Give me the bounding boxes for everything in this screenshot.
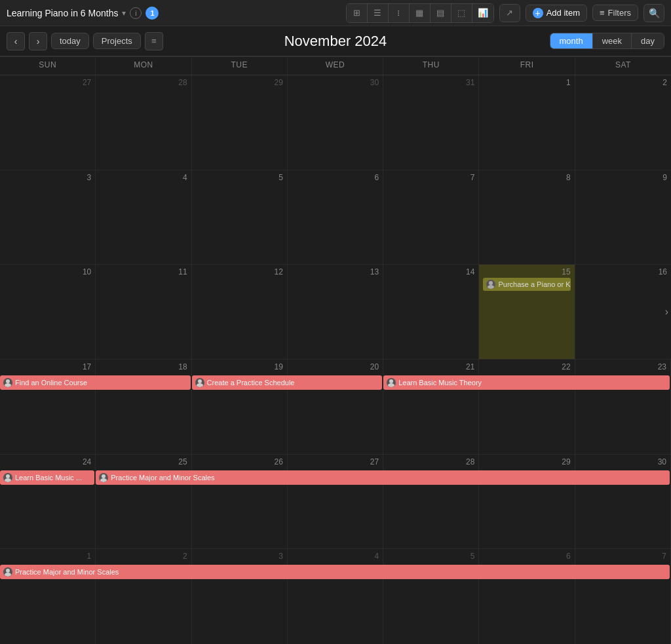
day-cell[interactable]: 28 <box>383 455 479 549</box>
practice-scales-event[interactable]: Practice Major and Minor Scales <box>96 470 670 485</box>
day-cell[interactable]: 10 <box>0 265 96 359</box>
day-cell[interactable]: 2 <box>96 549 191 644</box>
svg-point-10 <box>102 474 105 478</box>
svg-point-1 <box>488 285 494 289</box>
event-label: Practice Major and Minor Scales <box>15 568 119 576</box>
find-online-course-event[interactable]: Find an Online Course <box>0 375 191 390</box>
day-cell[interactable]: 29 <box>479 455 575 549</box>
projects-button[interactable]: Projects <box>93 33 141 49</box>
day-number: 2 <box>579 78 667 87</box>
header-sat: Sat <box>575 57 671 75</box>
next-month-button[interactable]: › <box>29 32 47 50</box>
day-number: 11 <box>100 267 187 276</box>
columns-view-btn[interactable]: ⫶ <box>389 4 410 22</box>
month-view-tab[interactable]: month <box>550 33 593 48</box>
info-icon[interactable]: i <box>130 7 142 19</box>
day-number: 13 <box>292 267 379 276</box>
day-cell[interactable]: 22 <box>479 360 575 454</box>
day-cell[interactable]: 27 <box>288 455 383 549</box>
day-cell[interactable]: 4 <box>96 170 191 265</box>
day-cell[interactable]: 28 <box>96 75 191 170</box>
day-cell[interactable]: 25 <box>96 455 191 549</box>
day-cell[interactable]: 7 <box>383 170 479 265</box>
svg-point-8 <box>6 474 10 478</box>
week-view-tab[interactable]: week <box>593 33 632 48</box>
calendar-nav: ‹ › today Projects ≡ November 2024 month… <box>0 26 671 56</box>
day-cell[interactable]: 31 <box>383 75 479 170</box>
purchase-piano-event[interactable]: Purchase a Piano or Keyboard <box>483 278 570 291</box>
day-cell[interactable]: 3 <box>0 170 96 265</box>
day-view-tab[interactable]: day <box>632 33 664 48</box>
prev-month-button[interactable]: ‹ <box>7 32 25 50</box>
day-cell[interactable]: 5 <box>383 549 479 644</box>
day-cell[interactable]: 12 <box>192 265 288 359</box>
day-number: 18 <box>100 362 187 371</box>
day-cell[interactable]: 30 <box>288 75 383 170</box>
grid-view-btn[interactable]: ⊞ <box>347 4 368 22</box>
day-cell[interactable]: 13 <box>288 265 383 359</box>
day-number: 14 <box>387 267 474 276</box>
day-cell[interactable]: 1 <box>479 75 575 170</box>
week-row-2: 3 4 5 6 7 8 9 <box>0 170 671 265</box>
day-cell[interactable]: 26 <box>192 455 288 549</box>
today-button[interactable]: today <box>51 33 89 49</box>
practice-scales-dec-event[interactable]: Practice Major and Minor Scales <box>0 565 670 579</box>
share-button[interactable]: ↗ <box>499 4 520 22</box>
chevron-down-icon[interactable]: ▾ <box>122 9 126 18</box>
day-cell[interactable]: 9 <box>575 170 671 265</box>
more-events-arrow[interactable]: › <box>665 306 668 318</box>
learn-basic-music-short-event[interactable]: Learn Basic Music ... <box>0 470 94 485</box>
day-cell[interactable]: 18 <box>96 360 191 454</box>
day-cell[interactable]: 3 <box>192 549 288 644</box>
list-view-btn[interactable]: ☰ <box>368 4 389 22</box>
day-cell[interactable]: 2 <box>575 75 671 170</box>
avatar-icon <box>99 473 108 482</box>
day-cell[interactable]: 24 <box>0 455 96 549</box>
day-cell[interactable]: 30 <box>575 455 671 549</box>
day-number: 29 <box>196 78 283 87</box>
info-label: i <box>135 9 136 17</box>
add-item-label: Add item <box>546 8 580 18</box>
day-cell[interactable]: 7 <box>575 549 671 644</box>
avatar-icon <box>486 280 495 289</box>
day-cell[interactable]: 21 <box>383 360 479 454</box>
filter-icon-button[interactable]: ≡ <box>145 32 163 50</box>
day-number: 17 <box>4 362 91 371</box>
day-cell[interactable]: 19 <box>192 360 288 454</box>
header-fri: Fri <box>479 57 575 75</box>
day-number: 1 <box>4 552 91 561</box>
day-cell[interactable]: 1 <box>0 549 96 644</box>
day-cell[interactable]: 20 <box>288 360 383 454</box>
day-cell[interactable]: 27 <box>0 75 96 170</box>
day-number: 16 <box>579 267 667 276</box>
day-cell[interactable]: 23 <box>575 360 671 454</box>
day-cell[interactable]: 14 <box>383 265 479 359</box>
day-number: 21 <box>387 362 474 371</box>
day-cell[interactable]: 4 <box>288 549 383 644</box>
day-cell[interactable]: 5 <box>192 170 288 265</box>
calendar-view-btn[interactable]: ▦ <box>410 4 431 22</box>
timeline-view-btn[interactable]: ⬚ <box>451 4 472 22</box>
filters-label: Filters <box>608 8 631 18</box>
add-item-button[interactable]: + Add item <box>526 5 587 22</box>
day-cell[interactable]: 6 <box>479 549 575 644</box>
day-number: 5 <box>387 552 474 561</box>
day-cell[interactable]: 16 › <box>575 265 671 359</box>
day-cell[interactable]: 11 <box>96 265 191 359</box>
day-cell-15[interactable]: 15 Purchase a Piano or Keyboard <box>479 265 575 359</box>
day-cell[interactable]: 17 <box>0 360 96 454</box>
filters-button[interactable]: ≡ Filters <box>592 5 638 21</box>
learn-basic-music-theory-event[interactable]: Learn Basic Music Theory <box>383 375 670 390</box>
calendar-title: November 2024 <box>284 33 387 50</box>
day-number: 25 <box>100 457 187 466</box>
chart-view-btn[interactable]: 📊 <box>472 4 493 22</box>
day-cell[interactable]: 29 <box>192 75 288 170</box>
event-label: Learn Basic Music ... <box>15 474 82 482</box>
search-button[interactable]: 🔍 <box>643 4 664 22</box>
day-number: 22 <box>483 362 570 371</box>
create-practice-schedule-event[interactable]: Create a Practice Schedule <box>192 375 383 390</box>
notification-badge[interactable]: 1 <box>145 7 159 20</box>
day-cell[interactable]: 6 <box>288 170 383 265</box>
gantt-view-btn[interactable]: ▤ <box>431 4 451 22</box>
day-cell[interactable]: 8 <box>479 170 575 265</box>
